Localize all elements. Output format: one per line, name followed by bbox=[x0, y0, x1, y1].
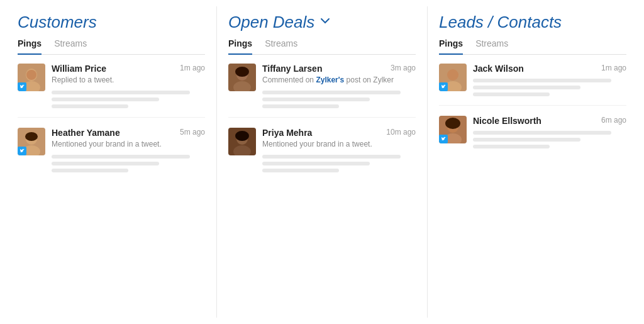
skeleton-line bbox=[473, 131, 611, 135]
twitter-badge bbox=[18, 82, 26, 91]
column-0: CustomersPingsStreams William Price1m ag… bbox=[6, 6, 217, 318]
column-title-text: Leads / Contacts bbox=[439, 13, 562, 32]
avatar bbox=[18, 64, 45, 91]
feed-header: Jack Wilson1m ago bbox=[473, 64, 626, 74]
svg-point-7 bbox=[25, 132, 38, 141]
skeleton-line bbox=[262, 91, 401, 94]
tabs: PingsStreams bbox=[439, 38, 626, 55]
svg-point-3 bbox=[26, 70, 36, 80]
feed-content: Heather Yamane5m agoMentioned your brand… bbox=[52, 128, 205, 172]
feed-name: Jack Wilson bbox=[473, 64, 524, 74]
feed-header: Tiffany Larsen3m ago bbox=[262, 64, 416, 74]
column-title-text: Open Deals bbox=[228, 13, 314, 32]
feed-time: 5m ago bbox=[180, 128, 205, 137]
skeleton-line bbox=[262, 98, 370, 101]
tab-streams[interactable]: Streams bbox=[475, 38, 508, 55]
skeleton-line bbox=[473, 145, 550, 148]
avatar bbox=[228, 128, 256, 155]
feed-name: Nicole Ellsworth bbox=[473, 116, 541, 126]
feed-description: Commented on Zylker's post on Zylker bbox=[262, 75, 416, 86]
feed-name: Heather Yamane bbox=[52, 128, 120, 138]
skeleton-line bbox=[52, 155, 190, 159]
feed-item[interactable]: Jack Wilson1m ago bbox=[439, 64, 626, 106]
avatar bbox=[18, 128, 45, 155]
feed-description: Mentioned your brand in a tweet. bbox=[52, 139, 205, 150]
skeleton-line bbox=[52, 91, 190, 94]
column-title: Leads / Contacts bbox=[439, 13, 626, 32]
feed-content: Jack Wilson1m ago bbox=[473, 64, 626, 96]
skeleton-line bbox=[52, 104, 128, 108]
feed-time: 6m ago bbox=[601, 116, 626, 125]
skeleton-line bbox=[473, 79, 611, 82]
twitter-badge bbox=[439, 135, 448, 143]
feed-content: William Price1m agoReplied to a tweet. bbox=[52, 64, 205, 108]
feed-time: 3m ago bbox=[391, 64, 416, 72]
feed-name: Tiffany Larsen bbox=[262, 64, 322, 74]
feed-time: 1m ago bbox=[180, 64, 205, 72]
feed-header: Nicole Ellsworth6m ago bbox=[473, 116, 626, 126]
skeleton-line bbox=[262, 169, 339, 172]
column-title: Open Deals bbox=[228, 13, 416, 32]
tab-streams[interactable]: Streams bbox=[54, 38, 87, 55]
column-1: Open DealsPingsStreams Tiffany Larsen3m … bbox=[217, 6, 428, 318]
avatar bbox=[228, 64, 256, 91]
skeleton-line bbox=[473, 138, 580, 142]
feed-description: Replied to a tweet. bbox=[52, 75, 205, 86]
skeleton-line bbox=[262, 155, 401, 159]
skeleton-lines bbox=[262, 155, 416, 172]
column-2: Leads / ContactsPingsStreams Jack Wilson… bbox=[428, 6, 638, 318]
feed-item[interactable]: Nicole Ellsworth6m ago bbox=[439, 116, 626, 157]
feed-content: Priya Mehra10m agoMentioned your brand i… bbox=[262, 128, 416, 172]
feed-content: Nicole Ellsworth6m ago bbox=[473, 116, 626, 148]
tabs: PingsStreams bbox=[18, 38, 205, 55]
skeleton-line bbox=[52, 169, 128, 172]
skeleton-line bbox=[52, 162, 159, 165]
feed-content: Tiffany Larsen3m agoCommented on Zylker'… bbox=[262, 64, 416, 108]
svg-point-11 bbox=[235, 67, 249, 77]
feed-item[interactable]: Tiffany Larsen3m agoCommented on Zylker'… bbox=[228, 64, 416, 118]
feed-name: William Price bbox=[52, 64, 106, 74]
chevron-down-icon[interactable] bbox=[319, 15, 331, 30]
twitter-badge bbox=[439, 82, 448, 91]
svg-point-19 bbox=[447, 69, 458, 81]
feed-time: 10m ago bbox=[386, 128, 416, 137]
feed-item[interactable]: Priya Mehra10m agoMentioned your brand i… bbox=[228, 128, 416, 181]
skeleton-line bbox=[262, 162, 370, 165]
skeleton-lines bbox=[473, 131, 626, 148]
feed-header: William Price1m ago bbox=[52, 64, 205, 74]
tab-pings[interactable]: Pings bbox=[439, 38, 463, 55]
tab-streams[interactable]: Streams bbox=[265, 38, 297, 55]
feed-item[interactable]: Heather Yamane5m agoMentioned your brand… bbox=[18, 128, 205, 181]
skeleton-line bbox=[473, 86, 580, 89]
skeleton-lines bbox=[52, 91, 205, 108]
column-title: Customers bbox=[18, 13, 205, 32]
feed-header: Heather Yamane5m ago bbox=[52, 128, 205, 138]
column-title-text: Customers bbox=[18, 13, 97, 32]
skeleton-lines bbox=[262, 91, 416, 108]
skeleton-lines bbox=[52, 155, 205, 172]
svg-point-23 bbox=[445, 118, 460, 129]
tab-pings[interactable]: Pings bbox=[18, 38, 42, 55]
tab-pings[interactable]: Pings bbox=[228, 38, 252, 55]
skeleton-lines bbox=[473, 79, 626, 96]
feed-description: Mentioned your brand in a tweet. bbox=[262, 139, 416, 150]
skeleton-line bbox=[52, 98, 159, 101]
svg-rect-16 bbox=[236, 134, 248, 137]
avatar bbox=[439, 116, 467, 143]
skeleton-line bbox=[473, 92, 550, 96]
feed-name: Priya Mehra bbox=[262, 128, 312, 138]
twitter-badge bbox=[18, 147, 26, 155]
columns-wrapper: CustomersPingsStreams William Price1m ag… bbox=[0, 6, 644, 318]
skeleton-line bbox=[262, 104, 339, 108]
feed-header: Priya Mehra10m ago bbox=[262, 128, 416, 138]
feed-item[interactable]: William Price1m agoReplied to a tweet. bbox=[18, 64, 205, 118]
tabs: PingsStreams bbox=[228, 38, 416, 55]
avatar bbox=[439, 64, 467, 91]
feed-time: 1m ago bbox=[601, 64, 626, 72]
